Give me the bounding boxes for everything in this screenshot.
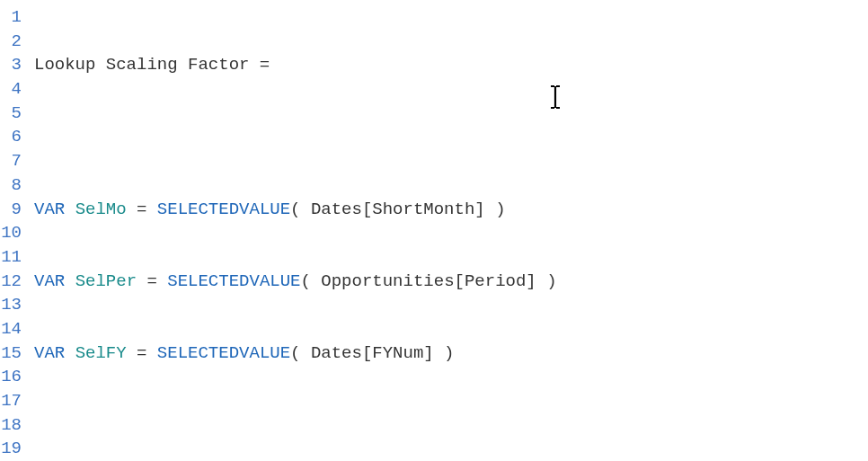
function-args: ( Dates[FYNum] )	[290, 343, 454, 363]
line-number: 3	[0, 53, 29, 77]
line-number: 17	[0, 389, 29, 413]
equals-sign: =	[249, 55, 270, 75]
line-number: 9	[0, 198, 29, 222]
code-line[interactable]	[34, 413, 731, 438]
code-line[interactable]: VAR SelPer = SELECTEDVALUE( Opportunitie…	[34, 270, 731, 294]
var-keyword: VAR	[34, 199, 65, 219]
code-line[interactable]: VAR SelMo = SELECTEDVALUE( Dates[ShortMo…	[34, 198, 731, 222]
dax-function: SELECTEDVALUE	[157, 199, 290, 219]
code-line[interactable]: VAR SelFY = SELECTEDVALUE( Dates[FYNum] …	[34, 341, 731, 366]
line-number: 12	[0, 270, 29, 294]
code-area[interactable]: Lookup Scaling Factor = VAR SelMo = SELE…	[29, 0, 731, 461]
var-keyword: VAR	[34, 343, 65, 363]
line-number: 5	[0, 102, 29, 126]
line-number: 14	[0, 317, 29, 341]
line-number: 11	[0, 245, 29, 270]
equals-sign: =	[137, 271, 167, 291]
line-number: 8	[0, 173, 29, 198]
dax-function: SELECTEDVALUE	[157, 343, 290, 363]
variable-name: SelMo	[75, 199, 127, 219]
line-number: 2	[0, 30, 29, 54]
line-number: 15	[0, 341, 29, 366]
code-line[interactable]: Lookup Scaling Factor =	[34, 53, 731, 77]
function-args: ( Dates[ShortMonth] )	[290, 199, 505, 219]
equals-sign: =	[127, 343, 157, 363]
line-number: 7	[0, 149, 29, 173]
line-number: 13	[0, 293, 29, 317]
dax-editor[interactable]: 1 2 3 4 5 6 7 8 9 10 11 12 13 14 15 16 1…	[0, 0, 868, 461]
variable-name: SelFY	[75, 343, 127, 363]
line-number: 18	[0, 413, 29, 438]
line-number: 16	[0, 365, 29, 389]
code-line[interactable]	[34, 126, 731, 150]
variable-name: SelPer	[75, 271, 137, 291]
line-number: 10	[0, 221, 29, 245]
line-number: 19	[0, 437, 29, 461]
function-args: ( Opportunities[Period] )	[301, 271, 557, 291]
dax-function: SELECTEDVALUE	[167, 271, 300, 291]
measure-name: Lookup Scaling Factor	[34, 55, 249, 75]
var-keyword: VAR	[34, 271, 65, 291]
line-number: 1	[0, 5, 29, 30]
equals-sign: =	[127, 199, 157, 219]
line-number: 6	[0, 125, 29, 149]
line-number: 4	[0, 77, 29, 102]
line-number-gutter: 1 2 3 4 5 6 7 8 9 10 11 12 13 14 15 16 1…	[0, 0, 29, 461]
